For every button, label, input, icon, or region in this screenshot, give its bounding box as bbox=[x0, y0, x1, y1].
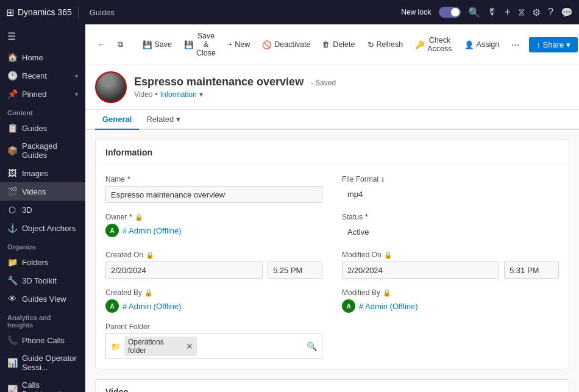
delete-button[interactable]: 🗑 Delete bbox=[318, 38, 360, 51]
sidebar-item-3d-toolkit[interactable]: 🔧 3D Toolkit bbox=[0, 271, 85, 290]
toolbar: ← ⧉ 💾 Save 💾 Save & Close + New 🚫 Deacti… bbox=[85, 24, 579, 65]
name-input[interactable] bbox=[105, 186, 322, 203]
sidebar-item-phone-calls-label: Phone Calls bbox=[22, 336, 65, 345]
record-section-link[interactable]: Information bbox=[160, 90, 197, 99]
name-field: Name * bbox=[96, 170, 332, 208]
microphone-icon[interactable]: 🎙 bbox=[488, 7, 497, 18]
sidebar-item-folders-label: Folders bbox=[22, 258, 48, 267]
tabs: General Related ▾ bbox=[85, 110, 579, 130]
add-icon[interactable]: + bbox=[505, 6, 511, 19]
modified-by-lock-icon: 🔒 bbox=[383, 289, 391, 297]
created-on-date[interactable] bbox=[105, 262, 263, 279]
status-field: Status * Active bbox=[332, 208, 569, 246]
record-subtitle: Video • Information ▾ bbox=[134, 90, 336, 99]
modified-by-link[interactable]: # Admin (Offline) bbox=[359, 302, 418, 311]
analytics-section-label: Analytics and Insights bbox=[0, 308, 85, 331]
save-close-button[interactable]: 💾 Save & Close bbox=[179, 29, 221, 60]
sidebar-item-recent[interactable]: 🕐 Recent ▾ bbox=[0, 66, 85, 85]
created-on-time[interactable] bbox=[268, 262, 322, 279]
sidebar-item-guides[interactable]: 📋 Guides bbox=[0, 119, 85, 137]
record-title-row: Espresso maintenance overview - Saved bbox=[134, 76, 336, 88]
folders-icon: 📁 bbox=[7, 257, 17, 267]
owner-label: Owner * 🔒 bbox=[105, 213, 322, 221]
new-look-label: New look bbox=[401, 8, 431, 16]
back-icon: ← bbox=[98, 40, 105, 49]
record-saved-label: - Saved bbox=[311, 79, 336, 87]
created-by-link[interactable]: # Admin (Offline) bbox=[123, 302, 182, 311]
back-button[interactable]: ← bbox=[93, 38, 110, 51]
app-logo: ⊞ Dynamics 365 bbox=[6, 7, 79, 18]
deactivate-button[interactable]: 🚫 Deactivate bbox=[257, 38, 315, 52]
sidebar-item-object-anchors[interactable]: ⚓ Object Anchors bbox=[0, 219, 85, 237]
record-header: Espresso maintenance overview - Saved Vi… bbox=[85, 65, 579, 110]
sidebar-item-folders[interactable]: 📁 Folders bbox=[0, 253, 85, 271]
modified-on-field: Modified On 🔒 bbox=[332, 246, 569, 283]
sidebar-item-packaged-guides[interactable]: 📦 Packaged Guides bbox=[0, 137, 85, 164]
chat-icon[interactable]: 💬 bbox=[561, 7, 573, 18]
created-by-lock-icon: 🔒 bbox=[144, 289, 153, 297]
sidebar-item-3d[interactable]: ⬡ 3D bbox=[0, 201, 85, 219]
organize-section-label: Organize bbox=[0, 237, 85, 253]
settings-icon[interactable]: ⚙ bbox=[532, 7, 541, 18]
new-look-toggle[interactable] bbox=[439, 7, 461, 18]
modified-on-values bbox=[342, 262, 559, 279]
record-info: Espresso maintenance overview - Saved Vi… bbox=[134, 76, 336, 99]
more-icon: ⋯ bbox=[511, 40, 519, 49]
sidebar-item-guide-operator-label: Guide Operator Sessi... bbox=[22, 354, 78, 372]
modified-on-date[interactable] bbox=[342, 262, 499, 279]
owner-link[interactable]: # Admin (Offline) bbox=[123, 226, 182, 235]
sidebar-item-3d-label: 3D bbox=[22, 205, 32, 215]
sidebar-item-home[interactable]: 🏠 Home bbox=[0, 48, 85, 66]
share-button[interactable]: ↑ Share ▾ bbox=[529, 37, 578, 52]
sidebar-item-pinned[interactable]: 📌 Pinned ▾ bbox=[0, 85, 85, 103]
sidebar-item-calls-dashboard[interactable]: 📈 Calls Dashboard bbox=[0, 376, 85, 392]
sidebar-item-phone-calls[interactable]: 📞 Phone Calls bbox=[0, 331, 85, 349]
new-icon: + bbox=[228, 40, 232, 49]
check-access-button[interactable]: 🔑 Check Access bbox=[410, 34, 456, 55]
phone-calls-icon: 📞 bbox=[7, 335, 17, 345]
check-access-icon: 🔑 bbox=[415, 40, 425, 49]
calls-dashboard-icon: 📈 bbox=[7, 385, 17, 392]
hamburger-menu[interactable]: ☰ bbox=[0, 24, 85, 48]
content-section-label: Content bbox=[0, 103, 85, 119]
more-button[interactable]: ⋯ bbox=[506, 38, 524, 52]
file-format-label: File Format ℹ bbox=[342, 175, 559, 184]
chevron-down-icon: ▾ bbox=[75, 73, 78, 79]
tab-general[interactable]: General bbox=[95, 110, 139, 130]
sidebar-item-images[interactable]: 🖼 Images bbox=[0, 164, 85, 182]
sidebar-item-recent-label: Recent bbox=[22, 71, 47, 80]
share-dropdown-icon: ▾ bbox=[566, 40, 570, 49]
sidebar-item-guides-view[interactable]: 👁 Guides View bbox=[0, 290, 85, 308]
modified-on-time[interactable] bbox=[504, 262, 559, 279]
created-on-values bbox=[105, 262, 322, 279]
help-icon[interactable]: ? bbox=[548, 7, 553, 18]
parent-folder-input[interactable]: 📁 Operations folder ✕ 🔍 bbox=[105, 333, 322, 359]
modified-by-value: A # Admin (Offline) bbox=[342, 299, 559, 313]
sidebar-item-guide-operator-sessions[interactable]: 📊 Guide Operator Sessi... bbox=[0, 349, 85, 376]
refresh-button[interactable]: ↻ Refresh bbox=[363, 38, 408, 52]
tab-related[interactable]: Related ▾ bbox=[139, 110, 188, 130]
sidebar-item-videos[interactable]: 🎬 Videos bbox=[0, 182, 85, 201]
folder-search-input[interactable] bbox=[201, 342, 303, 351]
owner-required: * bbox=[129, 213, 132, 221]
chevron-down-icon: ▾ bbox=[75, 91, 78, 98]
filter-icon[interactable]: ⧖ bbox=[518, 7, 525, 18]
form-area: Information Name * File Format bbox=[85, 130, 579, 392]
information-form-grid: Name * File Format ℹ mp4 bbox=[96, 165, 569, 369]
sidebar-item-guides-label: Guides bbox=[22, 124, 47, 133]
restore-button[interactable]: ⧉ bbox=[113, 38, 128, 52]
created-on-lock-icon: 🔒 bbox=[146, 251, 154, 259]
delete-icon: 🗑 bbox=[322, 40, 330, 49]
home-icon: 🏠 bbox=[7, 52, 17, 62]
assign-button[interactable]: 👤 Assign bbox=[460, 38, 505, 52]
save-close-icon: 💾 bbox=[184, 40, 194, 49]
status-label: Status * bbox=[342, 213, 559, 221]
save-button[interactable]: 💾 Save bbox=[138, 38, 177, 52]
folder-remove-button[interactable]: ✕ bbox=[186, 341, 193, 351]
file-format-value: mp4 bbox=[342, 186, 559, 203]
subtitle-dropdown-icon[interactable]: ▾ bbox=[199, 90, 203, 99]
recent-icon: 🕐 bbox=[7, 71, 17, 80]
new-button[interactable]: + New bbox=[223, 38, 255, 51]
object-anchors-icon: ⚓ bbox=[7, 223, 17, 233]
search-icon[interactable]: 🔍 bbox=[468, 7, 480, 18]
